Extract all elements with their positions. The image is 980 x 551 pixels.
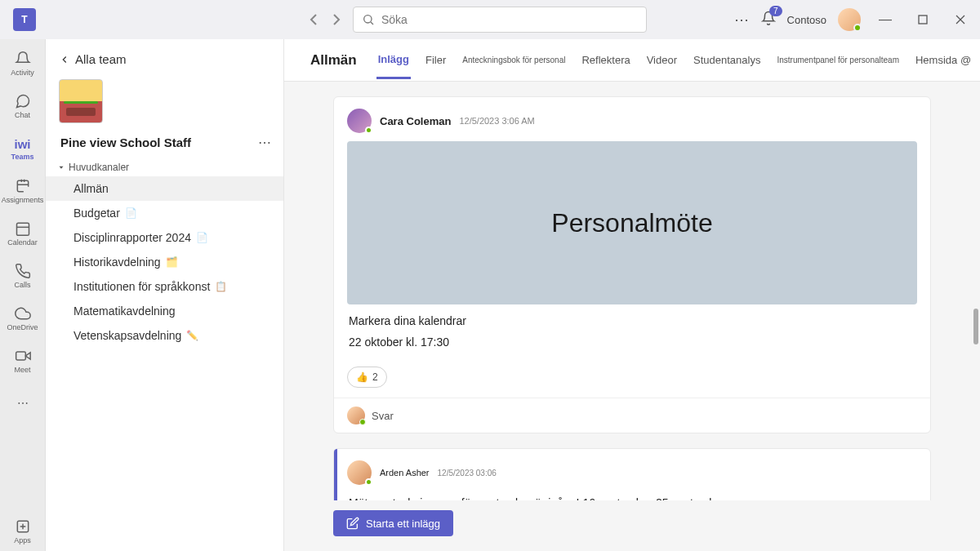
user-avatar[interactable] bbox=[838, 8, 861, 31]
reply-button[interactable]: Svar bbox=[334, 398, 930, 433]
nav-forward-button[interactable] bbox=[327, 10, 346, 29]
author-avatar[interactable] bbox=[347, 460, 372, 485]
tab-videos[interactable]: Videor bbox=[645, 42, 679, 78]
rail-assignments[interactable]: Assignments bbox=[3, 171, 42, 211]
svg-point-0 bbox=[364, 16, 372, 23]
onedrive-icon bbox=[15, 305, 31, 322]
rail-more[interactable]: ⋯ bbox=[3, 384, 42, 423]
notifications-button[interactable]: 7 bbox=[761, 11, 776, 29]
chevron-down-icon bbox=[57, 163, 65, 171]
post-card: Cara Coleman 12/5/2023 3:06 AM Personalm… bbox=[333, 96, 931, 433]
channel-title: Allmän bbox=[310, 52, 357, 69]
channel-item-matematik[interactable]: Matematikavdelning bbox=[46, 299, 283, 323]
team-avatar bbox=[59, 79, 103, 123]
channel-item-disciplinrapporter[interactable]: Disciplinrapporter 2024📄 bbox=[46, 225, 283, 250]
channel-item-allman[interactable]: Allmän bbox=[46, 176, 283, 201]
search-placeholder: Söka bbox=[381, 13, 408, 26]
post-timestamp: 12/5/2023 3:06 AM bbox=[459, 116, 534, 126]
notification-badge: 7 bbox=[769, 6, 782, 16]
svg-rect-2 bbox=[919, 16, 927, 24]
post-text: 22 oktober kl. 17:30 bbox=[349, 335, 915, 349]
rail-meet[interactable]: Meet bbox=[3, 341, 42, 380]
attachment-banner[interactable]: Personalmöte bbox=[347, 141, 917, 304]
pencil-icon: ✏️ bbox=[186, 330, 198, 341]
rail-calendar[interactable]: Calendar bbox=[3, 214, 42, 253]
team-name-label: Pine view School Staff bbox=[60, 136, 191, 149]
presence-indicator bbox=[365, 478, 372, 486]
thumbs-up-icon: 👍 bbox=[356, 371, 368, 383]
team-more-button[interactable]: ⋯ bbox=[258, 135, 272, 150]
svg-rect-5 bbox=[16, 223, 29, 235]
channel-item-budgetar[interactable]: Budgetar📄 bbox=[46, 201, 283, 225]
apps-icon bbox=[15, 518, 31, 535]
channel-item-vetenskap[interactable]: Vetenskapsavdelning✏️ bbox=[46, 323, 283, 348]
back-all-teams-button[interactable]: Alla team bbox=[46, 47, 283, 74]
channel-item-historik[interactable]: Historikavdelning🗂️ bbox=[46, 250, 283, 274]
author-avatar[interactable] bbox=[347, 109, 372, 133]
channels-section-toggle[interactable]: Huvudkanaler bbox=[46, 158, 283, 176]
activity-icon bbox=[15, 51, 31, 67]
svg-marker-8 bbox=[25, 353, 30, 359]
svg-marker-12 bbox=[60, 167, 64, 169]
post-card: Arden Asher 12/5/2023 03:06 Mötesanteckn… bbox=[333, 448, 931, 500]
scrollbar-thumb[interactable] bbox=[973, 309, 978, 344]
doc-icon: 📄 bbox=[125, 207, 137, 219]
tab-student[interactable]: Studentanalys bbox=[692, 42, 762, 78]
svg-rect-7 bbox=[16, 352, 25, 360]
tab-homepage[interactable]: Hemsida @ bbox=[914, 42, 973, 78]
rail-chat[interactable]: Chat bbox=[3, 87, 42, 126]
author-name[interactable]: Cara Coleman bbox=[380, 115, 451, 127]
post-text: Markera dina kalendrar bbox=[349, 314, 915, 327]
rail-activity[interactable]: Activity bbox=[3, 44, 42, 83]
presence-indicator bbox=[853, 24, 862, 32]
search-input[interactable]: Söka bbox=[353, 7, 647, 33]
reaction-like-pill[interactable]: 👍 2 bbox=[347, 367, 387, 388]
tab-reflect[interactable]: Reflektera bbox=[580, 42, 631, 78]
window-minimize-button[interactable]: — bbox=[872, 7, 898, 33]
chevron-left-icon bbox=[59, 54, 70, 65]
window-close-button[interactable] bbox=[947, 7, 973, 33]
assignments-icon bbox=[15, 178, 31, 194]
search-icon bbox=[362, 13, 375, 26]
chat-icon bbox=[15, 93, 31, 109]
doc-icon: 📄 bbox=[196, 232, 208, 243]
author-name[interactable]: Arden Asher bbox=[380, 468, 430, 478]
rail-onedrive[interactable]: OneDrive bbox=[3, 299, 42, 338]
post-text: Mötesanteckningarna för september är igå… bbox=[349, 496, 915, 500]
presence-indicator bbox=[365, 127, 372, 134]
tab-dashboard[interactable]: Instrumentpanel för personalteam bbox=[775, 44, 901, 76]
tab-files[interactable]: Filer bbox=[424, 42, 448, 78]
post-timestamp: 12/5/2023 03:06 bbox=[438, 469, 497, 478]
tab-posts[interactable]: Inlägg bbox=[376, 42, 411, 79]
folder-icon: 🗂️ bbox=[166, 256, 178, 268]
clipboard-icon: 📋 bbox=[215, 281, 227, 292]
more-options-button[interactable]: ⋯ bbox=[734, 11, 750, 29]
org-name-label: Contoso bbox=[787, 14, 826, 26]
channel-item-sprakkonst[interactable]: Institutionen för språkkonst📋 bbox=[46, 274, 283, 299]
compose-icon bbox=[346, 517, 359, 530]
new-post-button[interactable]: Starta ett inlägg bbox=[333, 510, 453, 536]
svg-line-1 bbox=[371, 22, 373, 24]
window-maximize-button[interactable] bbox=[910, 7, 936, 33]
tab-notebook[interactable]: Anteckningsbok för personal bbox=[461, 44, 567, 76]
calendar-icon bbox=[15, 220, 31, 237]
calls-icon bbox=[15, 263, 31, 279]
rail-apps[interactable]: Apps bbox=[3, 512, 42, 551]
nav-back-button[interactable] bbox=[304, 10, 323, 29]
rail-teams[interactable]: iwi Teams bbox=[3, 129, 42, 168]
rail-calls[interactable]: Calls bbox=[3, 256, 42, 295]
meet-icon bbox=[15, 348, 31, 364]
reply-avatar bbox=[347, 407, 365, 424]
teams-logo: T bbox=[13, 8, 36, 31]
